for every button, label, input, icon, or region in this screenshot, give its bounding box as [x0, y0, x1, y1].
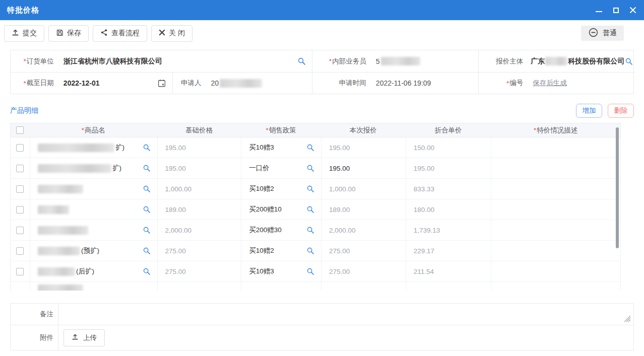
- table-row: 扩) 195.00 一口价 195.00 195.00: [11, 158, 620, 179]
- desc-cell[interactable]: [491, 220, 620, 240]
- priority-selector[interactable]: 普通: [581, 26, 624, 41]
- attachment-label: 附件: [11, 325, 58, 350]
- calendar-icon[interactable]: [157, 79, 166, 88]
- footer-form: 备注 附件 上传: [10, 303, 634, 350]
- redacted-text: [38, 267, 75, 276]
- upload-button[interactable]: 上传: [63, 329, 105, 346]
- table-row: 189.00 买200赠10 189.00 180.00: [11, 199, 620, 220]
- upload-icon: [72, 333, 79, 342]
- applicant-field: 20: [206, 73, 312, 94]
- search-icon[interactable]: [306, 185, 314, 193]
- quote-subject-label: 报价主体: [479, 50, 528, 72]
- resize-grip-icon[interactable]: [624, 316, 631, 322]
- desc-cell[interactable]: [491, 241, 620, 261]
- search-icon[interactable]: [306, 226, 314, 234]
- quote-cell[interactable]: 275.00: [321, 261, 406, 281]
- search-icon[interactable]: [297, 57, 306, 65]
- desc-cell[interactable]: [491, 158, 620, 178]
- table-row: 扩) 195.00 买10赠3 195.00 150.00: [11, 137, 620, 158]
- desc-cell[interactable]: [491, 137, 620, 158]
- table-row: (预扩) 275.00 买10赠2 275.00 229.17: [11, 241, 620, 261]
- close-icon[interactable]: [629, 6, 637, 14]
- row-checkbox[interactable]: [16, 206, 24, 213]
- product-name-cell[interactable]: 扩): [30, 137, 157, 158]
- salesman-field[interactable]: 5: [371, 50, 479, 72]
- quote-subject-field[interactable]: 广东科技股份有限公司: [528, 50, 633, 72]
- base-price-cell: 275.00: [157, 261, 241, 281]
- search-icon[interactable]: [306, 205, 314, 213]
- search-icon[interactable]: [306, 164, 314, 172]
- submit-button[interactable]: 提交: [4, 25, 44, 42]
- policy-cell[interactable]: 买10赠2: [241, 179, 321, 199]
- row-checkbox[interactable]: [16, 247, 24, 255]
- redacted-text: [545, 57, 567, 65]
- search-icon[interactable]: [143, 247, 151, 255]
- row-checkbox[interactable]: [16, 185, 24, 193]
- unit-price-cell: 180.00: [406, 199, 491, 220]
- header-form: *订货单位 浙江省杭州市八骏科技有限公司 *内部业务员 5 报价主体: [10, 50, 634, 94]
- remark-label: 备注: [11, 304, 58, 325]
- product-name-cell[interactable]: [30, 220, 157, 240]
- search-icon[interactable]: [143, 144, 151, 152]
- product-name-cell[interactable]: [30, 179, 157, 199]
- floppy-icon: [56, 29, 63, 38]
- quote-cell[interactable]: 189.00: [321, 199, 406, 220]
- desc-cell[interactable]: [491, 261, 620, 281]
- policy-cell[interactable]: 买10赠2: [241, 241, 321, 261]
- product-name-cell[interactable]: (后扩): [30, 261, 157, 281]
- policy-cell[interactable]: 买200赠30: [241, 220, 321, 240]
- product-name-cell[interactable]: (预扩): [30, 241, 157, 261]
- delete-row-button[interactable]: 删除: [608, 104, 634, 118]
- quote-cell[interactable]: 1,000.00: [321, 179, 406, 199]
- table-header-row: *商品名 基础价格 *销售政策 本次报价 折合单价 *特价情况描述: [11, 123, 620, 137]
- search-icon[interactable]: [306, 247, 314, 255]
- quote-cell[interactable]: 2,000.00: [321, 220, 406, 240]
- base-price-cell: 1,000.00: [157, 179, 241, 199]
- base-price-cell: 189.00: [157, 199, 241, 220]
- redacted-text: [381, 57, 420, 65]
- search-icon[interactable]: [143, 267, 151, 275]
- minimize-icon[interactable]: [595, 6, 603, 14]
- close-form-button[interactable]: 关 闭: [151, 25, 192, 42]
- search-icon[interactable]: [143, 185, 151, 193]
- search-icon[interactable]: [143, 164, 151, 172]
- row-checkbox[interactable]: [16, 227, 24, 234]
- remark-textarea[interactable]: [63, 307, 628, 322]
- quote-cell[interactable]: 195.00: [321, 158, 406, 178]
- search-icon[interactable]: [306, 267, 314, 275]
- quote-cell[interactable]: 195.00: [321, 137, 406, 158]
- maximize-icon[interactable]: [612, 6, 620, 14]
- row-checkbox[interactable]: [16, 165, 24, 172]
- save-button[interactable]: 保存: [48, 25, 89, 42]
- search-icon[interactable]: [143, 205, 151, 213]
- row-checkbox[interactable]: [16, 144, 24, 152]
- unit-price-cell: 1,739.13: [406, 220, 491, 240]
- col-header-policy: *销售政策: [241, 123, 321, 137]
- unit-price-cell: 833.33: [406, 179, 491, 199]
- view-flow-button[interactable]: 查看流程: [93, 25, 147, 42]
- priority-value: 普通: [603, 29, 617, 38]
- product-name-cell[interactable]: [30, 199, 157, 220]
- add-row-button[interactable]: 增加: [576, 104, 602, 118]
- policy-cell[interactable]: 买200赠10: [241, 199, 321, 220]
- policy-cell[interactable]: 一口价: [241, 158, 321, 178]
- select-all-checkbox[interactable]: [16, 126, 24, 134]
- search-icon[interactable]: [625, 57, 633, 65]
- search-icon[interactable]: [143, 226, 151, 234]
- product-name-cell[interactable]: 扩): [30, 158, 157, 178]
- desc-cell[interactable]: [491, 199, 620, 220]
- table-scrollbar[interactable]: [616, 127, 619, 248]
- row-checkbox[interactable]: [16, 268, 24, 275]
- order-unit-field[interactable]: 浙江省杭州市八骏科技有限公司: [58, 50, 312, 72]
- quote-cell[interactable]: 275.00: [321, 241, 406, 261]
- policy-cell[interactable]: 买10赠3: [241, 137, 321, 158]
- redacted-text: [38, 205, 69, 214]
- desc-cell[interactable]: [491, 179, 620, 199]
- redacted-text: [38, 284, 83, 291]
- unit-price-cell: 211.54: [406, 261, 491, 281]
- search-icon[interactable]: [306, 144, 314, 152]
- policy-cell[interactable]: 买10赠3: [241, 261, 321, 281]
- apply-time-label: 申请时间: [312, 73, 371, 94]
- deadline-field[interactable]: 2022-12-01: [58, 73, 173, 94]
- unit-price-cell: 150.00: [406, 137, 491, 158]
